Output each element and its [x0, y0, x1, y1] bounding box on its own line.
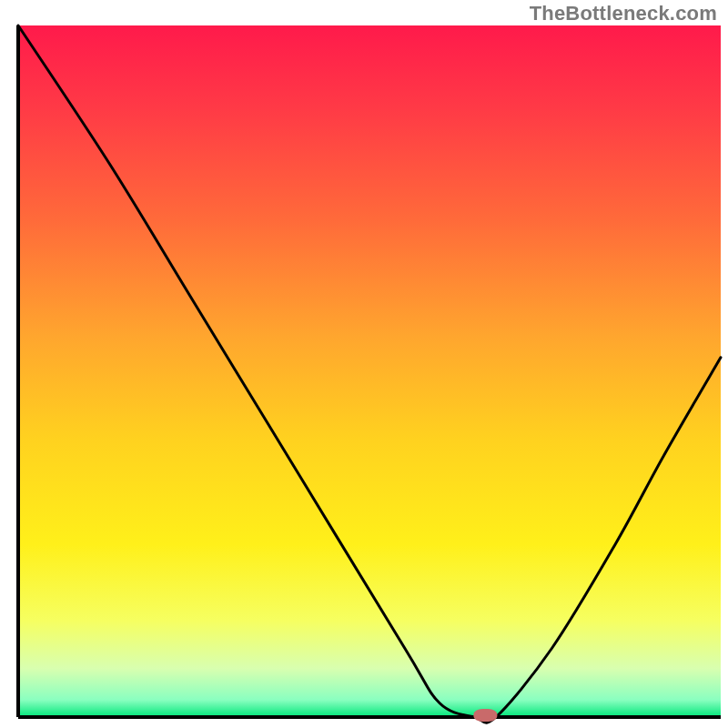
optimum-marker	[473, 709, 497, 722]
chart-frame: TheBottleneck.com	[0, 0, 728, 728]
bottleneck-chart	[0, 0, 728, 728]
chart-background-gradient	[18, 25, 721, 717]
